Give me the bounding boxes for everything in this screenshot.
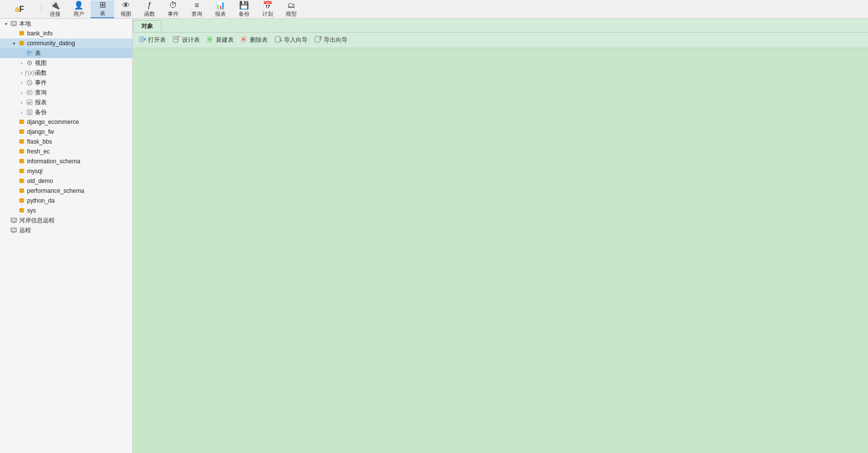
icon-python_da: [18, 197, 26, 205]
toolbar-btn-model[interactable]: 🗂模型: [279, 0, 303, 18]
icon-view_node: [26, 59, 33, 67]
label-query_node: 查询: [35, 89, 47, 97]
tree-item-old_demo[interactable]: old_demo: [0, 176, 132, 186]
svg-point-43: [19, 171, 24, 173]
toolbar-btn-schedule[interactable]: 📅计划: [256, 0, 279, 18]
toolbar-btn-table[interactable]: ⊞表: [91, 0, 114, 18]
toggle-query_node[interactable]: ›: [18, 89, 26, 96]
tree-item-information_schema[interactable]: information_schema: [0, 156, 132, 166]
toggle-report_node[interactable]: ›: [18, 98, 26, 106]
export-wizard-label: 导出向导: [324, 36, 347, 44]
svg-point-49: [19, 191, 24, 193]
tree-item-query_node[interactable]: ›查询: [0, 88, 132, 97]
backup-label: 备份: [239, 10, 249, 18]
toolbar-btn-report[interactable]: 📊报表: [209, 0, 232, 18]
toggle-backup_node[interactable]: ›: [18, 108, 26, 116]
toggle-heyan_remote: [2, 216, 10, 224]
toggle-python_da: [10, 197, 18, 205]
toolbar-btn-view[interactable]: 👁视图: [114, 0, 138, 18]
delete-table-icon: [241, 35, 248, 45]
obj-btn-import-wizard[interactable]: 导入向导: [272, 34, 310, 46]
import-wizard-label: 导入向导: [284, 36, 308, 44]
tree-item-mysql[interactable]: mysql: [0, 166, 132, 176]
svg-point-52: [19, 201, 24, 203]
svg-point-28: [19, 122, 24, 124]
svg-rect-61: [12, 232, 15, 233]
open-table-icon: [139, 35, 147, 45]
schedule-label: 计划: [262, 10, 273, 18]
query-icon: ≡: [191, 1, 202, 10]
label-python_da: python_da: [27, 197, 55, 204]
toggle-community_dating[interactable]: ▾: [10, 39, 18, 47]
app-logo: aF: [2, 5, 41, 14]
icon-bank_info: [18, 30, 26, 37]
toggle-view_node[interactable]: ›: [18, 59, 26, 67]
svg-rect-78: [315, 36, 320, 42]
obj-btn-open-table[interactable]: 打开表: [136, 34, 169, 46]
svg-point-8: [19, 43, 24, 45]
svg-rect-22: [30, 101, 31, 104]
tab-objects[interactable]: 对象: [133, 20, 161, 32]
tree-item-table_node[interactable]: 表: [0, 48, 132, 58]
obj-btn-new-table[interactable]: 新建表: [204, 34, 237, 46]
label-information_schema: information_schema: [27, 158, 80, 165]
svg-point-31: [19, 132, 24, 134]
tree-item-performance_schema[interactable]: performance_schema: [0, 186, 132, 196]
schedule-icon: 📅: [262, 0, 273, 10]
svg-rect-58: [12, 222, 15, 223]
tree-item-django_fw[interactable]: django_fw: [0, 127, 132, 137]
toggle-local[interactable]: ▾: [2, 20, 10, 28]
sidebar: ▾本地bank_info▾community_dating表›视图›ƒ(x)函数…: [0, 19, 133, 453]
svg-point-25: [29, 112, 31, 114]
toolbar-btn-backup[interactable]: 💾备份: [232, 0, 256, 18]
svg-rect-21: [28, 102, 29, 104]
toggle-event_node[interactable]: ›: [18, 79, 26, 87]
icon-information_schema: [18, 157, 26, 165]
label-django_ecommerce: django_ecommerce: [27, 119, 79, 125]
event-label: 事件: [168, 10, 179, 18]
tree-item-community_dating[interactable]: ▾community_dating: [0, 38, 132, 48]
design-table-icon: [173, 35, 181, 45]
toolbar-btn-function[interactable]: ƒ函数: [138, 0, 161, 18]
tree-item-event_node[interactable]: ›事件: [0, 78, 132, 88]
tree-item-flask_bbs[interactable]: flask_bbs: [0, 137, 132, 147]
icon-report_node: [26, 98, 33, 106]
tree-item-python_da[interactable]: python_da: [0, 196, 132, 206]
icon-community_dating: [18, 39, 26, 47]
label-django_fw: django_fw: [27, 128, 54, 135]
toolbar-buttons: 🔌连接👤用户⊞表👁视图ƒ函数⏱事件≡查询📊报表💾备份📅计划🗂模型: [43, 0, 303, 18]
tree-container: ▾本地bank_info▾community_dating表›视图›ƒ(x)函数…: [0, 19, 132, 235]
toolbar-btn-event[interactable]: ⏱事件: [161, 0, 185, 18]
label-remote: 远程: [19, 226, 31, 235]
obj-btn-export-wizard[interactable]: 导出向导: [311, 34, 350, 46]
tree-item-view_node[interactable]: ›视图: [0, 58, 132, 68]
label-sys: sys: [27, 207, 36, 214]
content-area: 对象 打开表设计表新建表删除表导入向导导出向导: [133, 19, 868, 453]
toggle-django_ecommerce: [10, 118, 18, 126]
new-table-icon: [207, 35, 215, 45]
label-fresh_ec: fresh_ec: [27, 148, 50, 155]
label-func_node: 函数: [35, 69, 47, 77]
obj-btn-delete-table[interactable]: 删除表: [238, 34, 271, 46]
tree-item-backup_node[interactable]: ›备份: [0, 107, 132, 117]
label-heyan_remote: 河岸信息远程: [19, 216, 55, 225]
svg-rect-60: [12, 229, 16, 231]
tree-item-remote[interactable]: 远程: [0, 225, 132, 235]
tree-item-report_node[interactable]: ›报表: [0, 97, 132, 107]
toolbar-btn-connect[interactable]: 🔌连接: [43, 0, 67, 18]
icon-query_node: [26, 89, 33, 96]
design-table-label: 设计表: [182, 36, 200, 44]
icon-heyan_remote: [10, 216, 18, 224]
tree-item-bank_info[interactable]: bank_info: [0, 29, 132, 38]
tree-item-local[interactable]: ▾本地: [0, 19, 132, 29]
tree-item-func_node[interactable]: ›ƒ(x)函数: [0, 68, 132, 78]
toolbar-btn-query[interactable]: ≡查询: [185, 0, 209, 18]
tree-item-heyan_remote[interactable]: 河岸信息远程: [0, 215, 132, 225]
tree-item-django_ecommerce[interactable]: django_ecommerce: [0, 117, 132, 127]
tree-item-sys[interactable]: sys: [0, 206, 132, 215]
tree-item-fresh_ec[interactable]: fresh_ec: [0, 147, 132, 156]
obj-btn-design-table[interactable]: 设计表: [170, 34, 203, 46]
toggle-remote: [2, 226, 10, 234]
toolbar-btn-user[interactable]: 👤用户: [67, 0, 91, 18]
new-table-label: 新建表: [216, 36, 234, 44]
